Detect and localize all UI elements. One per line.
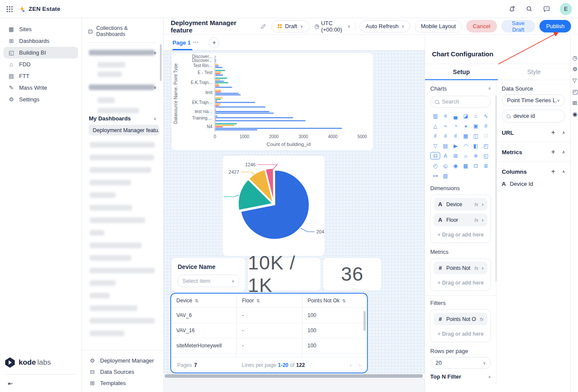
table-widget[interactable]: Device⇅Floor⇅Points Not Ok⇅ VAV_6-100VAV… bbox=[170, 293, 368, 373]
palette-icon[interactable]: ◉ bbox=[571, 108, 578, 120]
table-column-header[interactable]: Floor⇅ bbox=[237, 294, 302, 308]
publish-button[interactable]: Publish bbox=[539, 20, 571, 32]
dimension-chip-device[interactable]: ADevicefx› bbox=[434, 198, 487, 211]
sidebar-item-mass-write[interactable]: ✎Mass Write bbox=[3, 82, 78, 94]
blurred-item[interactable] bbox=[90, 155, 154, 160]
columns-section-header[interactable]: Columns + ∧ bbox=[502, 168, 565, 175]
filters-dropzone[interactable]: #Points Not Okfx+ Drag or add here bbox=[430, 309, 491, 342]
top-n-filter-header[interactable]: Top N Filter∧ bbox=[430, 373, 491, 380]
blurred-item[interactable] bbox=[90, 280, 116, 286]
formula-icon[interactable]: fx bbox=[480, 317, 484, 322]
collections-item-deployment-manager[interactable]: ⚙Deployment Manager bbox=[88, 355, 157, 366]
blurred-item[interactable] bbox=[90, 230, 104, 236]
table-column-header[interactable]: Points Not Ok⇅ bbox=[302, 294, 367, 308]
gear-icon[interactable]: ⚙ bbox=[571, 63, 578, 75]
blurred-item[interactable] bbox=[97, 97, 115, 103]
edit-title-icon[interactable] bbox=[260, 23, 266, 29]
metric-chip-points-not-ok[interactable]: #Points Not Okfx› bbox=[434, 262, 487, 274]
image-tile-icon[interactable]: ▩ bbox=[461, 162, 471, 169]
blurred-item[interactable] bbox=[90, 243, 142, 248]
kpi-ratio-widget[interactable]: 10K / 1K bbox=[247, 257, 321, 291]
apps-grid-icon[interactable] bbox=[6, 6, 13, 12]
hash-metric-icon[interactable]: # bbox=[481, 122, 491, 130]
metrics-section-header[interactable]: Metrics + ∧ bbox=[502, 148, 565, 156]
blurred-item[interactable] bbox=[90, 255, 131, 261]
pie-3d-icon[interactable]: ◴ bbox=[430, 162, 440, 169]
table-scrollbar[interactable] bbox=[364, 311, 366, 331]
sidebar-item-fdd[interactable]: ⌂FDD bbox=[3, 58, 78, 70]
table-column-header[interactable]: Device⇅ bbox=[171, 294, 237, 308]
sidebar-item-building-bi[interactable]: ◱Building BI bbox=[3, 47, 78, 58]
metric-percent-icon[interactable]: # bbox=[440, 132, 450, 139]
collections-scrollbar[interactable] bbox=[160, 44, 162, 81]
book-icon[interactable]: ⊞ bbox=[571, 97, 578, 108]
user-avatar[interactable]: E bbox=[560, 3, 572, 15]
filter-icon[interactable]: ▽ bbox=[571, 75, 578, 86]
custom-widget-icon[interactable]: ※ bbox=[471, 152, 481, 159]
device-filter-widget[interactable]: Device Name Select item ∨ bbox=[171, 257, 246, 292]
auto-refresh-dropdown[interactable]: Auto Refresh ∨ bbox=[360, 20, 410, 32]
chevron-right-icon[interactable]: › bbox=[482, 265, 484, 271]
tab-setup[interactable]: Setup bbox=[425, 64, 498, 80]
table-row[interactable]: VAV_15-100 bbox=[171, 353, 367, 357]
sort-icon[interactable]: ⇅ bbox=[195, 298, 198, 303]
dropdown-select-icon[interactable]: ⊟ bbox=[430, 152, 440, 159]
sidebar-item-dashboards[interactable]: ⊞Dashboards bbox=[3, 35, 78, 47]
next-page-icon[interactable]: › bbox=[359, 361, 361, 369]
dimensions-dropzone[interactable]: ADevicefx›AFloorfx›+ Drag or add here bbox=[430, 194, 491, 243]
layout-split-icon[interactable]: ◧ bbox=[471, 142, 481, 149]
sidebar-item-sites[interactable]: ▦Sites bbox=[3, 23, 78, 35]
weather-icon[interactable]: ☼ bbox=[461, 152, 471, 159]
collections-item-data-sources[interactable]: ⊟Data Sources bbox=[88, 366, 157, 377]
metric-trend-icon[interactable]: # bbox=[451, 132, 461, 139]
sort-icon[interactable]: ⇅ bbox=[257, 298, 260, 303]
url-section-header[interactable]: URL + ∧ bbox=[502, 129, 565, 136]
formula-icon[interactable]: fx bbox=[474, 202, 478, 207]
save-draft-button[interactable]: Save Draft bbox=[501, 20, 536, 32]
collections-item-templates[interactable]: ⊞Templates bbox=[88, 377, 157, 389]
timezone-dropdown[interactable]: ◷ UTC (+00:00) ∨ bbox=[315, 20, 351, 33]
data-source-select[interactable]: Point Time Series L... ∨ bbox=[502, 94, 565, 106]
blurred-item[interactable] bbox=[89, 50, 155, 55]
blurred-item[interactable] bbox=[97, 62, 125, 68]
page-more-icon[interactable]: ••• bbox=[193, 40, 198, 45]
copy-icon[interactable]: ◰ bbox=[571, 86, 578, 97]
status-dropdown[interactable]: Draft ∨ bbox=[271, 20, 309, 32]
blurred-item[interactable] bbox=[90, 180, 131, 185]
blurred-item[interactable] bbox=[90, 167, 151, 173]
flag-chart-icon[interactable]: ◪ bbox=[461, 112, 471, 120]
window-widget-icon[interactable]: ◱ bbox=[481, 152, 491, 159]
pie-chart-icon[interactable]: ◔ bbox=[451, 122, 461, 130]
blurred-item[interactable] bbox=[90, 318, 155, 324]
chevron-right-icon[interactable]: › bbox=[482, 201, 484, 207]
ranked-list-icon[interactable]: ≣ bbox=[481, 162, 491, 169]
media-card-icon[interactable]: ▶ bbox=[451, 142, 461, 149]
tab-style[interactable]: Style bbox=[498, 64, 571, 80]
area-chart-icon[interactable]: ≈ bbox=[440, 122, 450, 130]
blurred-item[interactable] bbox=[89, 84, 155, 90]
sidebar-item-ftt[interactable]: ▤FTT bbox=[3, 70, 78, 82]
histogram-icon[interactable]: ▄ bbox=[451, 112, 461, 120]
table-row[interactable]: siteMeterHoneywell-100 bbox=[171, 338, 367, 353]
blurred-item[interactable] bbox=[90, 142, 155, 148]
filter-chip-points-not-ok[interactable]: #Points Not Okfx bbox=[434, 313, 487, 325]
prev-page-icon[interactable]: ‹ bbox=[350, 361, 352, 369]
column-chart-icon[interactable]: ▥ bbox=[430, 112, 440, 120]
add-metric-icon[interactable]: + bbox=[551, 148, 555, 156]
sort-icon[interactable]: ⇅ bbox=[342, 298, 346, 303]
table-row[interactable]: VAV_6-100 bbox=[171, 308, 367, 323]
image-widget-icon[interactable]: ▧ bbox=[440, 172, 450, 179]
palette-chart-icon[interactable]: ◵ bbox=[440, 162, 450, 169]
calendar-icon[interactable]: ⊞ bbox=[451, 152, 461, 159]
add-page-button[interactable]: + bbox=[209, 37, 219, 48]
datasource-search-input[interactable] bbox=[513, 113, 557, 119]
dimension-chip-floor[interactable]: AFloorfx› bbox=[434, 214, 487, 226]
formula-icon[interactable]: fx bbox=[474, 266, 478, 271]
list-card-icon[interactable]: ▤ bbox=[440, 142, 450, 149]
number-card-icon[interactable]: ▣ bbox=[471, 122, 481, 130]
mobile-layout-button[interactable]: Mobile Layout bbox=[415, 20, 462, 32]
add-url-icon[interactable]: + bbox=[551, 129, 555, 136]
chart-clock-icon[interactable]: ◷ bbox=[571, 52, 578, 63]
table-icon[interactable]: ▦ bbox=[461, 132, 471, 139]
config-scrollbar[interactable] bbox=[495, 95, 497, 282]
